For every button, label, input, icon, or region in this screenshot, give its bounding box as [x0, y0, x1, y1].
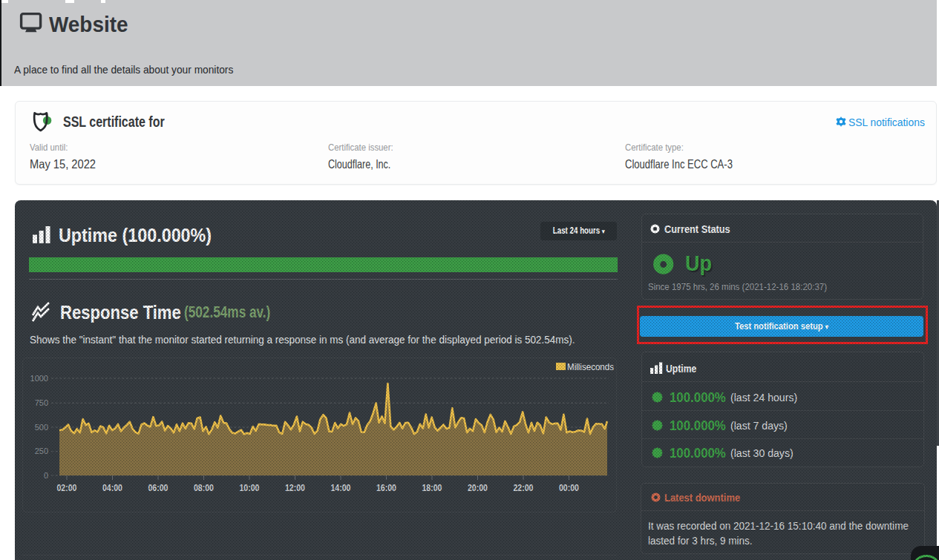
svg-text:20:00: 20:00: [468, 483, 488, 493]
svg-text:14:00: 14:00: [331, 483, 351, 493]
svg-text:18:00: 18:00: [422, 483, 442, 493]
svg-text:1000: 1000: [30, 374, 48, 383]
svg-text:0: 0: [44, 471, 48, 480]
svg-text:08:00: 08:00: [194, 483, 214, 493]
svg-text:Milliseconds: Milliseconds: [567, 361, 614, 372]
svg-text:16:00: 16:00: [376, 483, 396, 493]
svg-text:06:00: 06:00: [148, 483, 169, 493]
svg-text:10:00: 10:00: [240, 483, 260, 493]
svg-text:500: 500: [35, 423, 48, 432]
svg-text:250: 250: [35, 447, 48, 455]
svg-text:12:00: 12:00: [285, 483, 305, 493]
svg-text:02:00: 02:00: [57, 483, 77, 493]
svg-text:00:00: 00:00: [559, 483, 579, 493]
svg-text:22:00: 22:00: [514, 483, 534, 493]
svg-text:04:00: 04:00: [102, 483, 122, 493]
svg-text:750: 750: [35, 398, 48, 407]
